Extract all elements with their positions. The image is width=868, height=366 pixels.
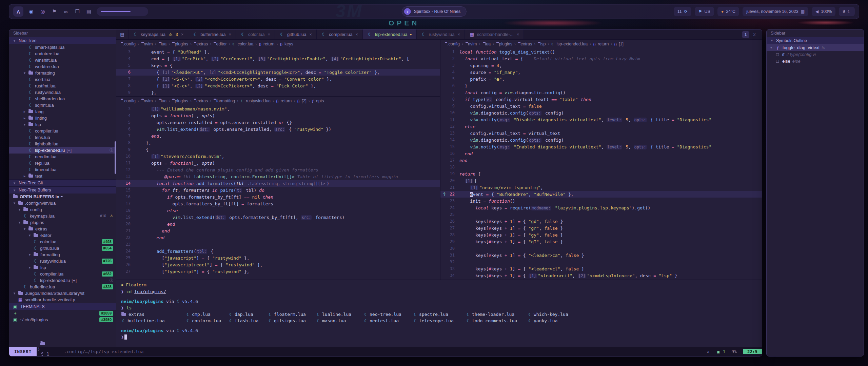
file-entry[interactable]: ☾neotest.lua bbox=[363, 318, 413, 324]
tab-close-icon[interactable]: × bbox=[355, 32, 358, 37]
tree-item[interactable]: ▾formatting bbox=[9, 70, 116, 76]
file-entry[interactable]: ☾conform.lua bbox=[185, 318, 228, 324]
chevron-right-icon[interactable]: ▸ bbox=[23, 174, 26, 178]
tab-close-icon[interactable]: × bbox=[268, 32, 271, 37]
tree-item[interactable]: ☾undotree.lua bbox=[9, 50, 116, 57]
chevron-down-icon[interactable]: ▾ bbox=[769, 45, 773, 50]
chevron-down-icon[interactable]: ▾ bbox=[28, 252, 32, 257]
chevron-down-icon[interactable]: ▾ bbox=[23, 122, 26, 127]
section-header-neo-tree-buffers[interactable]: ▾Neo-Tree Buffers bbox=[9, 186, 116, 194]
breadcrumb-segment[interactable]: lua bbox=[161, 99, 167, 103]
tree-item[interactable]: ▾formatting bbox=[9, 251, 116, 258]
floaterm-terminal[interactable]: ▪ Floaterm ❯ cd lua/plugins/nvim/lua/plu… bbox=[116, 280, 762, 347]
tree-item[interactable]: ▾lsp bbox=[9, 121, 116, 128]
tab-color-lua[interactable]: ☾color.lua× bbox=[236, 29, 275, 39]
breadcrumb-segment[interactable]: editor bbox=[216, 42, 226, 46]
tab-close-icon[interactable]: × bbox=[457, 32, 460, 37]
chevron-down-icon[interactable]: ▾ bbox=[28, 233, 32, 238]
breadcrumb-segment[interactable]: extras bbox=[196, 99, 208, 103]
music-widget[interactable]: ♪Spiritbox - Rule Of Nines bbox=[402, 6, 467, 17]
section-header-neo-tree-git[interactable]: ▾Neo-Tree Git bbox=[9, 179, 116, 186]
breadcrumb-segment[interactable]: [2] bbox=[302, 99, 307, 103]
tree-item[interactable]: ☾lsp-extended.lu[+]ⓘ bbox=[9, 147, 116, 154]
breadcrumb-segment[interactable]: extras bbox=[520, 42, 532, 46]
tab-rustywind-lua[interactable]: ☾rustywind.lua× bbox=[417, 29, 465, 39]
tree-item[interactable]: ▾editor bbox=[9, 232, 116, 239]
file-entry[interactable]: ☾telescope.lua bbox=[413, 318, 466, 324]
file-entry[interactable]: ☾todo-comments.lua bbox=[466, 318, 527, 324]
tree-item[interactable]: ☾lightbulb.lua bbox=[9, 141, 116, 147]
section-header-neo-tree[interactable]: ▾Neo-Tree bbox=[9, 37, 116, 44]
file-entry[interactable]: ☾yanky.lua bbox=[527, 318, 762, 324]
breadcrumb-segment[interactable]: keys bbox=[284, 42, 293, 46]
breadcrumb-segment[interactable]: [1] bbox=[619, 42, 624, 46]
sidebar-scrollbar-thumb[interactable] bbox=[115, 141, 116, 174]
file-entry[interactable]: ☾flash.lua bbox=[228, 318, 268, 324]
file-entry[interactable]: extras bbox=[121, 311, 185, 318]
breadcrumb-segment[interactable]: plugins bbox=[499, 42, 512, 46]
code-area[interactable]: 1local function toggle_diag_virtext()2 l… bbox=[440, 48, 762, 280]
breadcrumb-segment[interactable]: opts bbox=[316, 99, 324, 103]
tree-item[interactable]: ☾rustywind.lua#726 bbox=[9, 258, 116, 264]
apps-icon[interactable]: ◎ bbox=[39, 8, 46, 15]
breadcrumb-segment[interactable]: .config bbox=[123, 99, 136, 103]
tree-item[interactable]: ☾color.lua#493 bbox=[9, 239, 116, 245]
tree-item[interactable]: OPEN BUFFERS in ~ bbox=[9, 194, 116, 200]
tree-item[interactable]: ☾worktree.lua bbox=[9, 63, 116, 70]
workspace-icon[interactable]: ◉ bbox=[27, 8, 35, 15]
breadcrumb-segment[interactable]: return bbox=[281, 99, 292, 103]
tree-item[interactable]: +#2859 bbox=[9, 310, 116, 317]
file-entry[interactable]: ☾neo-tree.lua bbox=[363, 311, 413, 318]
tab-scrollbar-handle-[interactable]: ▦scrollbar-handle-...× bbox=[465, 29, 524, 39]
chevron-down-icon[interactable]: ▾ bbox=[23, 227, 26, 231]
tree-item[interactable]: ☾lens.lua bbox=[9, 134, 116, 141]
breadcrumb-segment[interactable]: plugins bbox=[175, 42, 188, 46]
tree-item[interactable]: ☾rustfmt.lua bbox=[9, 83, 116, 89]
breadcrumb-segment[interactable]: lua bbox=[485, 42, 491, 46]
breadcrumb-segment[interactable]: plugins bbox=[175, 99, 188, 103]
breadcrumb-segment[interactable]: nvim bbox=[468, 42, 477, 46]
breadcrumb-segment[interactable]: return bbox=[598, 42, 609, 46]
code-area[interactable]: 3 event = { "BufRead" },4 cmd = { [1]"Cc… bbox=[116, 48, 440, 96]
tree-item[interactable]: ▸test bbox=[9, 173, 116, 179]
section-header-terminals[interactable]: ▣TERMINALS bbox=[9, 303, 116, 310]
tree-item[interactable]: ▸linting bbox=[9, 115, 116, 121]
breadcrumb-segment[interactable]: nvim bbox=[144, 99, 153, 103]
tree-item[interactable]: ☾bufferline.lua#328 bbox=[9, 284, 116, 290]
volume-pill[interactable]: ◀100% bbox=[812, 7, 835, 16]
tree-item[interactable]: ▾extras bbox=[9, 226, 116, 232]
tab-compiler-lua[interactable]: ☾compiler.lua× bbox=[317, 29, 363, 39]
file-entry[interactable]: ☾bufferline.lua bbox=[121, 318, 185, 324]
tab-close-icon[interactable]: × bbox=[229, 32, 231, 37]
copy-icon[interactable]: ❐ bbox=[74, 8, 81, 15]
tree-item[interactable]: ☾smart-splits.lua bbox=[9, 44, 116, 50]
tree-item[interactable]: ☾isort.lua bbox=[9, 76, 116, 83]
tree-item[interactable]: ☾shellharden.lua bbox=[9, 96, 116, 102]
keyboard-layout-pill[interactable]: ⚑US bbox=[695, 7, 714, 16]
tree-item[interactable]: ☾keymaps.lua#10⚠ bbox=[9, 213, 116, 219]
breadcrumb-segment[interactable]: color.lua bbox=[238, 42, 254, 46]
tab-keymaps-lua[interactable]: ☾keymaps.lua⚠3× bbox=[129, 29, 188, 39]
breadcrumb-segment[interactable]: rustywind.lua bbox=[246, 99, 271, 103]
tree-item[interactable]: ☾lsp-extended.lu[+]ⓘ bbox=[9, 277, 116, 284]
link-icon[interactable]: ∞ bbox=[62, 9, 70, 15]
tree-item[interactable]: ▾.config/nvim/lua bbox=[9, 200, 116, 206]
file-entry[interactable]: ☾which-key.lua bbox=[527, 311, 762, 318]
launcher-button[interactable]: Λ bbox=[13, 6, 23, 17]
file-entry[interactable]: ☾cmp.lua bbox=[185, 311, 228, 318]
file-entry[interactable]: ☾theme-loader.lua bbox=[466, 311, 527, 318]
tree-item[interactable]: ☾timeout.lua bbox=[9, 166, 116, 173]
tree-item[interactable]: ▾plugins bbox=[9, 219, 116, 226]
file-entry[interactable]: ☾gitsigns.lua bbox=[268, 318, 316, 324]
breadcrumb-segment[interactable]: lsp bbox=[540, 42, 546, 46]
tab-close-icon[interactable]: × bbox=[309, 32, 312, 37]
chevron-down-icon[interactable]: ▾ bbox=[13, 39, 16, 43]
tree-item[interactable]: ☾repl.lua bbox=[9, 160, 116, 166]
outline-item[interactable]: □ifif type(config.vi bbox=[767, 51, 864, 58]
breadcrumb-segment[interactable]: .config bbox=[447, 42, 460, 46]
tab-close-icon[interactable]: × bbox=[517, 32, 519, 37]
tab-close-icon[interactable]: × bbox=[181, 32, 184, 37]
file-icon[interactable]: ▤ bbox=[85, 8, 93, 15]
file-entry[interactable]: ☾dap.lua bbox=[228, 311, 268, 318]
tree-item[interactable]: ☾github.lua#654 bbox=[9, 245, 116, 251]
